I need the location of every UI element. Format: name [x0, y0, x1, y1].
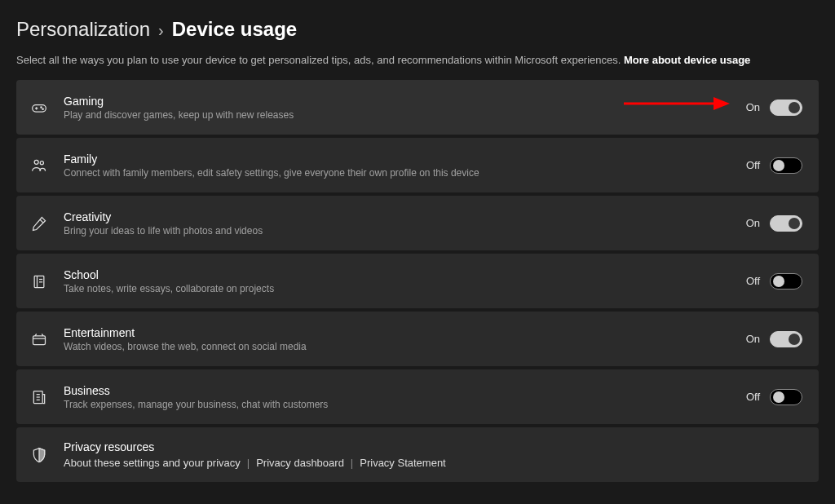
subtitle-text: Select all the ways you plan to use your… — [16, 54, 624, 66]
svg-point-3 — [41, 106, 42, 107]
page-title: Device usage — [172, 18, 297, 41]
setting-control-creativity: On — [746, 215, 802, 232]
chevron-right-icon: › — [158, 21, 164, 40]
setting-title: Privacy resources — [64, 440, 802, 453]
setting-row-privacy-resources: Privacy resources About these settings a… — [16, 427, 819, 482]
breadcrumb: Personalization › Device usage — [16, 18, 819, 41]
setting-title: School — [64, 268, 731, 281]
setting-row-school: School Take notes, write essays, collabo… — [16, 254, 819, 308]
shield-icon — [29, 445, 49, 465]
setting-row-gaming: Gaming Play and discover games, keep up … — [16, 80, 819, 135]
svg-rect-0 — [33, 104, 46, 111]
setting-control-gaming: On — [746, 99, 802, 116]
setting-row-entertainment: Entertainment Watch videos, browse the w… — [16, 312, 819, 366]
toggle-gaming[interactable] — [770, 99, 802, 116]
setting-control-entertainment: On — [746, 331, 802, 347]
setting-text-school: School Take notes, write essays, collabo… — [64, 268, 731, 294]
setting-text-entertainment: Entertainment Watch videos, browse the w… — [64, 326, 731, 352]
toggle-family[interactable] — [770, 157, 802, 174]
setting-text-creativity: Creativity Bring your ideas to life with… — [64, 210, 731, 237]
setting-text-family: Family Connect with family members, edit… — [64, 153, 731, 179]
setting-title: Creativity — [64, 210, 731, 223]
toggle-creativity[interactable] — [770, 215, 802, 232]
setting-desc: Watch videos, browse the web, connect on… — [64, 341, 731, 352]
toggle-business[interactable] — [770, 389, 802, 405]
setting-desc: Connect with family members, edit safety… — [64, 167, 731, 179]
setting-title: Family — [64, 153, 731, 166]
setting-title: Business — [64, 384, 731, 397]
toggle-status-label: On — [746, 217, 760, 229]
svg-point-5 — [34, 160, 38, 164]
family-icon — [29, 156, 49, 175]
setting-desc: Track expenses, manage your business, ch… — [64, 399, 731, 410]
svg-rect-12 — [33, 335, 46, 344]
setting-desc: Take notes, write essays, collaborate on… — [64, 283, 731, 294]
setting-text-gaming: Gaming Play and discover games, keep up … — [64, 95, 731, 121]
setting-row-creativity: Creativity Bring your ideas to life with… — [16, 196, 819, 250]
gaming-icon — [29, 98, 49, 117]
page-subtitle: Select all the ways you plan to use your… — [16, 54, 819, 66]
toggle-status-label: On — [746, 333, 760, 345]
setting-text-business: Business Track expenses, manage your bus… — [64, 384, 731, 410]
settings-list: Gaming Play and discover games, keep up … — [16, 80, 819, 482]
business-icon — [29, 387, 49, 407]
setting-desc: Play and discover games, keep up with ne… — [64, 109, 731, 121]
setting-title: Gaming — [64, 95, 731, 108]
link-divider: | — [351, 457, 353, 469]
setting-control-school: Off — [746, 273, 802, 290]
setting-row-business: Business Track expenses, manage your bus… — [16, 369, 819, 424]
privacy-link-about[interactable]: About these settings and your privacy — [64, 457, 241, 469]
toggle-status-label: Off — [746, 391, 760, 403]
setting-control-family: Off — [746, 157, 802, 174]
more-about-link[interactable]: More about device usage — [624, 54, 750, 66]
creativity-icon — [29, 214, 49, 233]
svg-point-6 — [40, 161, 43, 164]
toggle-status-label: On — [746, 101, 760, 113]
toggle-entertainment[interactable] — [770, 331, 802, 347]
toggle-school[interactable] — [770, 273, 802, 290]
svg-point-4 — [42, 108, 43, 109]
link-divider: | — [247, 457, 250, 469]
setting-row-family: Family Connect with family members, edit… — [16, 138, 819, 192]
svg-line-7 — [40, 219, 43, 223]
toggle-status-label: Off — [746, 275, 760, 287]
toggle-status-label: Off — [746, 159, 760, 171]
setting-desc: Bring your ideas to life with photos and… — [64, 225, 731, 237]
setting-text-privacy-resources: Privacy resources About these settings a… — [64, 440, 802, 469]
entertainment-icon — [29, 329, 49, 349]
privacy-links: About these settings and your privacy | … — [64, 457, 802, 469]
privacy-link-dashboard[interactable]: Privacy dashboard — [256, 457, 344, 469]
school-icon — [29, 272, 49, 291]
privacy-link-statement[interactable]: Privacy Statement — [360, 457, 446, 469]
setting-control-business: Off — [746, 389, 802, 405]
breadcrumb-parent[interactable]: Personalization — [16, 18, 150, 41]
setting-title: Entertainment — [64, 326, 731, 339]
